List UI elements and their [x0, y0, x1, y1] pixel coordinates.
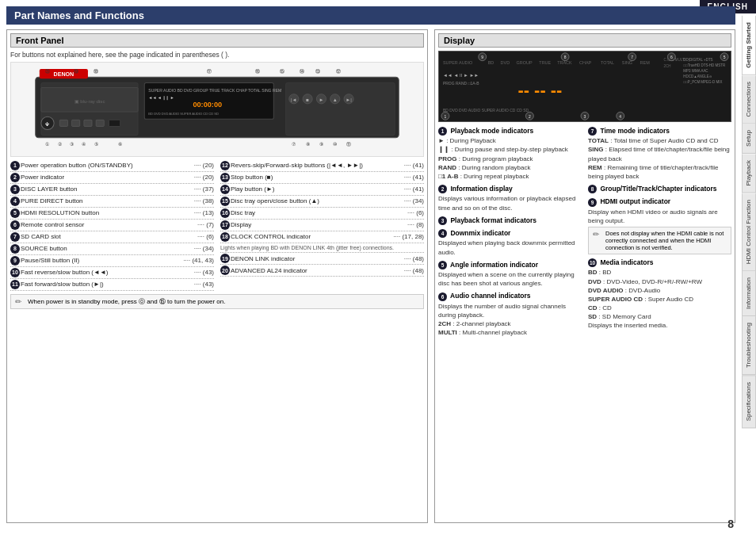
svg-text:▣ blu-ray disc: ▣ blu-ray disc	[74, 98, 105, 104]
front-panel-title: Front Panel	[10, 33, 424, 48]
svg-text:④: ④	[82, 141, 86, 147]
list-item: 5 HDMI RESOLUTION button ···· (13)	[10, 208, 214, 220]
front-panel-section: Front Panel For buttons not explained he…	[6, 29, 428, 523]
svg-text:■: ■	[306, 97, 309, 102]
svg-rect-11	[59, 120, 67, 126]
svg-text:⏻: ⏻	[46, 121, 50, 126]
svg-text:⑰: ⑰	[207, 68, 212, 74]
desc-block-4: 4 Downmix indicator Displayed when playi…	[438, 229, 582, 257]
desc-block-10: 10 Media indicators BD : BD DVD : DVD-Vi…	[588, 258, 731, 331]
svg-text:|◄: |◄	[291, 97, 297, 102]
svg-text:8: 8	[564, 55, 567, 59]
list-item: 13 Stop button (■) ···· (41)	[220, 172, 424, 184]
list-item: 15 Disc tray open/close button (▲) ···· …	[220, 196, 424, 208]
desc-block-7: 7 Time mode indicators TOTAL : Total tim…	[588, 127, 731, 181]
svg-text:⑨: ⑨	[319, 141, 323, 147]
svg-text:REM: REM	[640, 60, 651, 65]
svg-text:00:00:00: 00:00:00	[193, 101, 222, 109]
svg-text:MP3 WMA AAC: MP3 WMA AAC	[683, 69, 708, 73]
sidebar-tab-information[interactable]: Information	[742, 271, 756, 316]
list-item: 14 Play button (►) ···· (41)	[220, 184, 424, 196]
svg-text:►|: ►|	[346, 97, 352, 102]
display-image: SUPER AUDIO BD DVD GROUP TRUE TRACK CHAP…	[438, 51, 731, 122]
svg-text:①: ①	[46, 141, 50, 147]
list-item: 10 Fast reverse/slow button (◄◄) ···· (4…	[10, 267, 214, 279]
svg-text:⑩: ⑩	[333, 141, 337, 147]
svg-text:DD|DIGITAL +DTS: DD|DIGITAL +DTS	[683, 58, 712, 62]
list-item: Lights when playing BD with DENON LINK 4…	[220, 243, 424, 253]
list-item: 1 Power operation button (ON/STANDBY) ··…	[10, 160, 214, 172]
sidebar-tab-setup[interactable]: Setup	[742, 124, 756, 154]
list-item: 18 CLOCK CONTROL indicator ···· (17, 28)	[220, 231, 424, 243]
svg-text:◄◄  ◄  II  ►  ►►: ◄◄ ◄ II ► ►►	[443, 73, 479, 78]
svg-text:CHAP: CHAP	[579, 60, 592, 65]
svg-text:2: 2	[529, 115, 531, 119]
hdmi-note: ✏ Does not display when the HDMI cable i…	[588, 227, 731, 254]
sidebar-tab-getting-started[interactable]: Getting Started	[742, 16, 756, 75]
svg-text:SUPER AUDIO: SUPER AUDIO	[443, 60, 472, 65]
svg-text:6: 6	[670, 55, 673, 59]
desc-block-9: 9 HDMI output indicator Display when HDM…	[588, 197, 731, 254]
device-image: DENON SUPER AUDIO BD DVD GROUP TRUE TRAC…	[10, 62, 424, 157]
sidebar-tab-specifications[interactable]: Specifications	[742, 375, 756, 428]
svg-text:⑤: ⑤	[94, 141, 98, 147]
svg-text:BD  DVD  DVD AUDIO  SUPER AUDI: BD DVD DVD AUDIO SUPER AUDIO CD CD SD	[148, 112, 219, 116]
list-item: 20 ADVANCED AL24 indicator ···· (48)	[220, 265, 424, 277]
page-number: 8	[727, 518, 734, 530]
svg-text:BD: BD	[488, 60, 494, 65]
svg-rect-12	[72, 120, 80, 126]
note-box: ✏ When power is in standby mode, press ⓪…	[10, 294, 424, 309]
list-item: 11 Fast forward/slow button (►|) ···· (4…	[10, 279, 214, 291]
svg-text:②: ②	[58, 141, 62, 147]
list-item: 19 DENON LINK indicator ···· (48)	[220, 253, 424, 265]
svg-text:⑫: ⑫	[336, 68, 341, 74]
svg-text:⑥: ⑥	[118, 141, 122, 147]
desc-block-3: 3 Playback format indicators	[438, 216, 582, 225]
sidebar-tab-connections[interactable]: Connections	[742, 75, 756, 124]
svg-text:⑦: ⑦	[292, 141, 296, 147]
desc-block-2: 2 Information display Displays various i…	[438, 185, 582, 212]
svg-text:⑯: ⑯	[255, 68, 260, 74]
svg-text:⑬: ⑬	[315, 68, 320, 74]
sidebar-tab-playback[interactable]: Playback	[742, 154, 756, 193]
svg-text:-- -- --: -- -- --	[517, 80, 562, 100]
list-item: 17 Display ···· (8)	[220, 220, 424, 231]
svg-text:GROUP: GROUP	[516, 60, 532, 65]
sidebar-tab-hdmi[interactable]: HDMI Control Function	[742, 193, 756, 271]
list-item: 16 Disc tray ···· (6)	[220, 208, 424, 220]
right-sidebar: Getting Started Connections Setup Playba…	[742, 16, 756, 428]
note-icon: ✏	[15, 297, 25, 306]
desc-right-col: 7 Time mode indicators TOTAL : Total tim…	[588, 127, 731, 341]
list-item: 3 DISC LAYER button ···· (37)	[10, 184, 214, 196]
device-svg: DENON SUPER AUDIO BD DVD GROUP TRUE TRAC…	[21, 65, 413, 154]
sidebar-tab-troubleshooting[interactable]: Troubleshooting	[742, 316, 756, 375]
svg-text:4: 4	[619, 115, 621, 119]
items-col-right: 12 Revers-skip/Forward-skip buttons (|◄◄…	[220, 160, 424, 291]
svg-text:DENON: DENON	[54, 71, 74, 78]
list-item: 4 PURE DIRECT button ···· (38)	[10, 196, 214, 208]
svg-text:⑳: ⑳	[45, 68, 50, 74]
svg-rect-13	[84, 120, 92, 126]
svg-text:DVD: DVD	[501, 60, 510, 65]
svg-text:HDCD▲ANGLE⊖: HDCD▲ANGLE⊖	[683, 75, 711, 78]
svg-text:SUPER AUDIO  BD  DVD  GROUP  T: SUPER AUDIO BD DVD GROUP TRUE TRACK CHAP…	[148, 88, 281, 93]
list-item: 12 Revers-skip/Forward-skip buttons (|◄◄…	[220, 160, 424, 172]
svg-text:▲: ▲	[333, 97, 338, 102]
desc-block-5: 5 Angle information indicator Displayed …	[438, 261, 582, 289]
items-col-left: 1 Power operation button (ON/STANDBY) ··…	[10, 160, 214, 291]
svg-text:⑱: ⑱	[94, 68, 98, 74]
svg-text:1: 1	[445, 115, 447, 119]
svg-text:►: ►	[319, 97, 323, 102]
svg-text:5: 5	[724, 55, 726, 59]
list-item: 8 SOURCE button ···· (34)	[10, 243, 214, 255]
items-grid: 1 Power operation button (ON/STANDBY) ··…	[10, 160, 424, 291]
two-col-layout: Front Panel For buttons not explained he…	[6, 29, 735, 523]
desc-block-6: 6 Audio channel indicators Displays the …	[438, 292, 582, 337]
svg-text:9: 9	[481, 55, 483, 59]
display-svg: SUPER AUDIO BD DVD GROUP TRUE TRACK CHAP…	[439, 52, 731, 121]
svg-rect-14	[96, 120, 104, 126]
desc-left-col: 1 Playback mode indicators ► : During Pl…	[438, 127, 582, 341]
page-title: Part Names and Functions	[6, 6, 735, 25]
desc-block-8: 8 Group/Title/Track/Chapter indicators	[588, 185, 731, 193]
svg-text:③: ③	[70, 141, 74, 147]
